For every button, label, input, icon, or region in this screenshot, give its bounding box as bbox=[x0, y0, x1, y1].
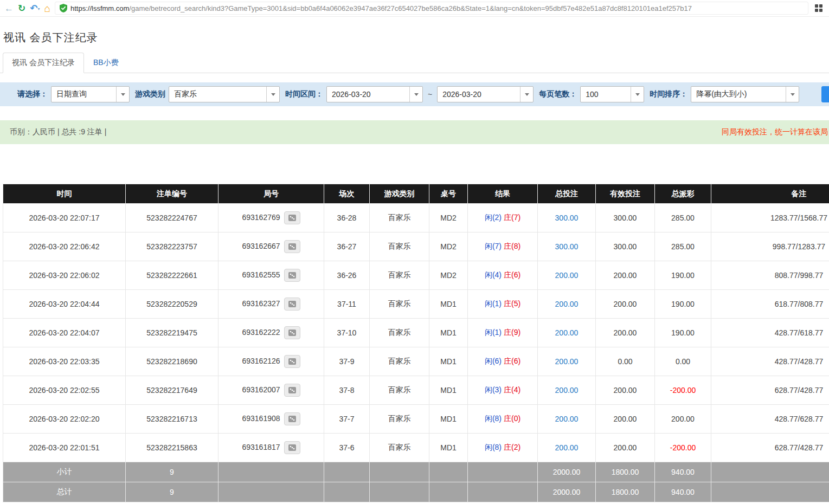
banker-result: 庄(8) bbox=[504, 242, 520, 250]
cell-game: 百家乐 bbox=[370, 204, 429, 232]
cell-result: 闲(1)庄(5) bbox=[468, 290, 538, 319]
cell-game: 百家乐 bbox=[370, 434, 429, 462]
sort-select[interactable]: 降幂(由大到小) bbox=[691, 86, 799, 102]
cell-total-bet[interactable]: 200.00 bbox=[538, 290, 596, 319]
cell-game: 百家乐 bbox=[370, 376, 429, 405]
cell-valid-bet: 200.00 bbox=[596, 290, 655, 319]
home-icon[interactable]: ⌂ bbox=[44, 3, 50, 14]
tab-bet-records[interactable]: 视讯 会员下注纪录 bbox=[3, 53, 84, 73]
round-detail-icon[interactable] bbox=[284, 269, 300, 282]
sort-value: 降幂(由大到小) bbox=[691, 89, 747, 99]
cell-round: 693161908 bbox=[219, 405, 324, 434]
cell-result: 闲(1)庄(9) bbox=[468, 319, 538, 347]
table-row: 2026-03-20 22:06:42 523282223757 6931626… bbox=[3, 232, 829, 261]
cell-total-bet[interactable]: 300.00 bbox=[538, 204, 596, 232]
table-row: 2026-03-20 22:04:44 523282220529 6931623… bbox=[3, 290, 829, 319]
cell-valid-bet: 200.00 bbox=[596, 405, 655, 434]
round-detail-icon[interactable] bbox=[284, 298, 300, 311]
banker-result: 庄(9) bbox=[504, 328, 520, 337]
subtotal-payout: 940.00 bbox=[655, 462, 711, 482]
date-to-select[interactable]: 2026-03-20 bbox=[437, 86, 534, 102]
cell-payout: 190.00 bbox=[655, 319, 711, 347]
address-bar[interactable]: https://lssfmm.com/game/betrecord_search… bbox=[55, 2, 808, 15]
col-header-remark: 备注 bbox=[711, 184, 829, 204]
col-header-valid-bet: 有效投注 bbox=[596, 184, 655, 204]
round-detail-icon[interactable] bbox=[284, 412, 300, 425]
cell-valid-bet: 0.00 bbox=[596, 347, 655, 376]
round-detail-icon[interactable] bbox=[284, 211, 300, 224]
cell-total-bet[interactable]: 200.00 bbox=[538, 319, 596, 347]
cell-total-bet[interactable]: 300.00 bbox=[538, 232, 596, 261]
cell-remark: 1283.77/1568.77 bbox=[711, 204, 829, 232]
back-icon[interactable]: ← bbox=[4, 4, 14, 13]
page-size-select[interactable]: 100 bbox=[580, 86, 644, 102]
page-title: 视讯 会员下注纪录 bbox=[3, 30, 829, 45]
date-from-select[interactable]: 2026-03-20 bbox=[326, 86, 423, 102]
table-row: 2026-03-20 22:02:55 523282217649 6931620… bbox=[3, 376, 829, 405]
cell-bet-id: 523282220529 bbox=[126, 290, 219, 319]
cell-time: 2026-03-20 22:01:51 bbox=[3, 434, 126, 462]
total-count: 9 bbox=[126, 482, 219, 502]
cell-table: MD1 bbox=[429, 319, 468, 347]
cell-payout: -200.00 bbox=[655, 434, 711, 462]
chevron-down-icon: ▾ bbox=[38, 7, 40, 11]
banker-result: 庄(0) bbox=[504, 414, 520, 423]
cell-payout: 190.00 bbox=[655, 290, 711, 319]
cell-payout: 190.00 bbox=[655, 261, 711, 290]
cell-total-bet[interactable]: 200.00 bbox=[538, 434, 596, 462]
extension-grid-icon[interactable] bbox=[813, 4, 825, 12]
cell-result: 闲(6)庄(6) bbox=[468, 347, 538, 376]
cell-time: 2026-03-20 22:07:17 bbox=[3, 204, 126, 232]
round-id: 693161817 bbox=[242, 443, 280, 451]
tab-bb-tip[interactable]: BB小费 bbox=[84, 53, 128, 73]
cell-valid-bet: 300.00 bbox=[596, 204, 655, 232]
summary-text: 币别：人民币 | 总共 :9 注单 | bbox=[10, 127, 106, 137]
query-type-select[interactable]: 日期查询 bbox=[51, 86, 130, 102]
cell-game: 百家乐 bbox=[370, 261, 429, 290]
round-detail-icon[interactable] bbox=[284, 240, 300, 253]
cell-payout: 285.00 bbox=[655, 232, 711, 261]
cell-payout: 285.00 bbox=[655, 204, 711, 232]
cell-session: 36-26 bbox=[324, 261, 370, 290]
cell-remark: 428.77/428.77 bbox=[711, 347, 829, 376]
cell-total-bet[interactable]: 200.00 bbox=[538, 405, 596, 434]
cell-bet-id: 523282219475 bbox=[126, 319, 219, 347]
col-header-time: 时间 bbox=[3, 184, 126, 204]
cell-time: 2026-03-20 22:06:02 bbox=[3, 261, 126, 290]
round-detail-icon[interactable] bbox=[284, 326, 300, 339]
game-type-select[interactable]: 百家乐 bbox=[169, 86, 280, 102]
banker-result: 庄(6) bbox=[504, 270, 520, 279]
round-id: 693161908 bbox=[242, 414, 280, 423]
refresh-icon[interactable]: ↻ bbox=[18, 4, 25, 13]
cell-valid-bet: 200.00 bbox=[596, 434, 655, 462]
round-detail-icon[interactable] bbox=[284, 355, 300, 368]
col-header-result: 结果 bbox=[468, 184, 538, 204]
chevron-down-icon bbox=[520, 87, 533, 102]
cell-valid-bet: 200.00 bbox=[596, 261, 655, 290]
url-domain: https://lssfmm.com bbox=[70, 4, 129, 12]
player-result: 闲(2) bbox=[485, 213, 502, 222]
col-header-total-bet: 总投注 bbox=[538, 184, 596, 204]
round-detail-icon[interactable] bbox=[284, 384, 300, 397]
cell-total-bet[interactable]: 200.00 bbox=[538, 376, 596, 405]
cell-table: MD1 bbox=[429, 347, 468, 376]
summary-bar: 币别：人民币 | 总共 :9 注单 | 同局有效投注，统一计算在该局 bbox=[0, 120, 829, 144]
round-detail-icon[interactable] bbox=[284, 441, 300, 454]
cell-table: MD2 bbox=[429, 261, 468, 290]
cell-remark: 998.77/1283.77 bbox=[711, 232, 829, 261]
round-id: 693162007 bbox=[242, 385, 280, 394]
player-result: 闲(3) bbox=[485, 385, 502, 394]
col-header-round: 局号 bbox=[219, 184, 324, 204]
col-header-table: 桌号 bbox=[429, 184, 468, 204]
col-header-payout: 总派彩 bbox=[655, 184, 711, 204]
cell-game: 百家乐 bbox=[370, 290, 429, 319]
tab-bar: 视讯 会员下注纪录 BB小费 bbox=[0, 53, 829, 73]
player-result: 闲(8) bbox=[485, 414, 502, 423]
undo-icon[interactable]: ↶▾ bbox=[30, 4, 40, 13]
search-button[interactable] bbox=[821, 86, 829, 102]
col-header-session: 场次 bbox=[324, 184, 370, 204]
cell-total-bet[interactable]: 200.00 bbox=[538, 347, 596, 376]
cell-total-bet[interactable]: 200.00 bbox=[538, 261, 596, 290]
chevron-down-icon bbox=[116, 87, 129, 102]
cell-bet-id: 523282216713 bbox=[126, 405, 219, 434]
